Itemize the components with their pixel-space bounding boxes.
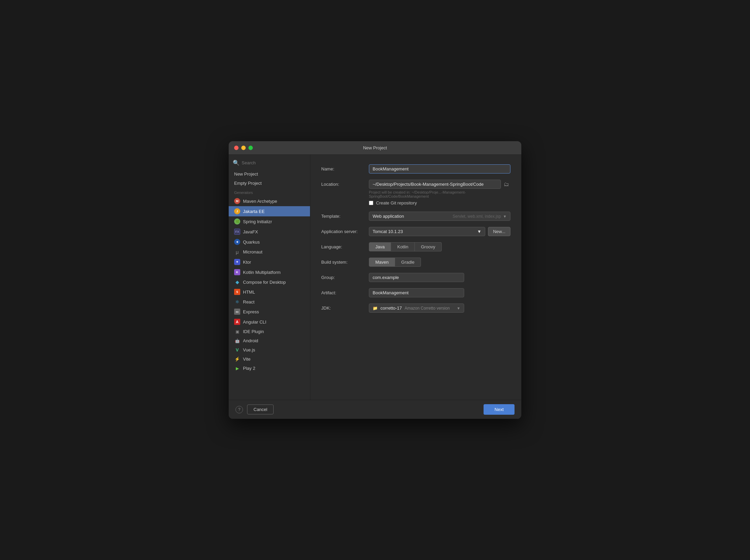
artifact-control <box>369 288 510 297</box>
next-button[interactable]: Next <box>484 404 515 415</box>
language-groovy-button[interactable]: Groovy <box>415 242 442 251</box>
template-row: Template: Web application Servlet, web.x… <box>321 212 510 221</box>
sidebar-item-kotlin-multiplatform[interactable]: K Kotlin Multiplatform <box>229 267 310 277</box>
sidebar-item-ide-plugin[interactable]: ▣ IDE Plugin <box>229 327 310 336</box>
search-input[interactable] <box>242 160 306 165</box>
artifact-input[interactable] <box>369 288 464 297</box>
template-label: Template: <box>321 212 369 219</box>
language-row: Language: Java Kotlin Groovy <box>321 242 510 251</box>
html-icon: 5 <box>234 289 240 295</box>
jdk-select[interactable]: 📁 corretto-17 Amazon Corretto version ▼ <box>369 303 464 313</box>
language-toggle-group: Java Kotlin Groovy <box>369 242 510 251</box>
sidebar-item-vue-label: Vue.js <box>243 347 255 352</box>
sidebar-item-micronaut[interactable]: μ Micronaut <box>229 247 310 257</box>
group-input[interactable] <box>369 273 464 282</box>
jdk-name: corretto-17 <box>380 306 402 311</box>
sidebar-item-javafx[interactable]: FX JavaFX <box>229 227 310 237</box>
sidebar-item-vue[interactable]: V Vue.js <box>229 345 310 355</box>
cancel-button[interactable]: Cancel <box>247 405 274 414</box>
javafx-icon: FX <box>234 229 240 235</box>
template-value: Web application <box>373 214 453 219</box>
template-hint: Servlet, web.xml, index.jsp <box>453 214 501 219</box>
build-maven-button[interactable]: Maven <box>369 258 395 267</box>
name-row: Name: <box>321 164 510 174</box>
git-repository-checkbox[interactable] <box>369 201 373 205</box>
sidebar-item-angular-cli[interactable]: A Angular CLI <box>229 317 310 327</box>
content-area: 🔍 New Project Empty Project Generators M… <box>229 155 521 400</box>
help-button[interactable]: ? <box>235 406 243 413</box>
template-select[interactable]: Web application Servlet, web.xml, index.… <box>369 212 510 221</box>
location-input[interactable] <box>369 180 501 189</box>
jdk-row: JDK: 📁 corretto-17 Amazon Corretto versi… <box>321 303 510 313</box>
sidebar-item-jakarta-ee[interactable]: J Jakarta EE <box>229 206 310 216</box>
group-row: Group: <box>321 273 510 282</box>
jdk-label: JDK: <box>321 303 369 311</box>
sidebar-item-express-label: Express <box>243 309 259 314</box>
app-server-wrap: Tomcat 10.1.23 ▼ New... <box>369 227 510 236</box>
location-wrap: 🗂 <box>369 180 510 189</box>
build-gradle-button[interactable]: Gradle <box>395 258 421 267</box>
ktor-icon: ✦ <box>234 259 240 265</box>
sidebar-item-angular-label: Angular CLI <box>243 319 266 325</box>
maven-icon: M <box>234 198 240 204</box>
jdk-dropdown-arrow: ▼ <box>457 306 460 310</box>
jdk-version: Amazon Corretto version <box>405 306 450 311</box>
sidebar-item-maven-label: Maven Archetype <box>243 199 277 204</box>
express-icon: ex <box>234 309 240 315</box>
vite-icon: ⚡ <box>234 357 240 362</box>
spring-icon: 🌿 <box>234 218 240 225</box>
sidebar-item-html[interactable]: 5 HTML <box>229 287 310 297</box>
kotlin-mp-icon: K <box>234 269 240 275</box>
sidebar-item-express[interactable]: ex Express <box>229 307 310 317</box>
search-wrap: 🔍 <box>233 160 306 166</box>
sidebar-item-react[interactable]: ⚛ React <box>229 297 310 307</box>
group-label: Group: <box>321 273 369 280</box>
sidebar-item-compose-label: Compose for Desktop <box>243 280 286 285</box>
sidebar-item-vite[interactable]: ⚡ Vite <box>229 355 310 364</box>
folder-browse-button[interactable]: 🗂 <box>502 180 510 189</box>
ide-plugin-icon: ▣ <box>234 329 240 334</box>
language-java-button[interactable]: Java <box>369 242 391 251</box>
sidebar-item-empty-project[interactable]: Empty Project <box>229 179 310 188</box>
template-control: Web application Servlet, web.xml, index.… <box>369 212 510 221</box>
close-button[interactable] <box>234 146 239 150</box>
artifact-label: Artifact: <box>321 288 369 295</box>
traffic-lights <box>234 146 253 150</box>
sidebar-item-maven-archetype[interactable]: M Maven Archetype <box>229 196 310 206</box>
sidebar-item-vite-label: Vite <box>243 357 250 362</box>
new-server-button[interactable]: New... <box>488 227 510 236</box>
sidebar-item-ktor[interactable]: ✦ Ktor <box>229 257 310 267</box>
location-label: Location: <box>321 180 369 187</box>
git-repository-label: Create Git repository <box>376 200 417 205</box>
minimize-button[interactable] <box>241 146 246 150</box>
app-server-value: Tomcat 10.1.23 <box>373 229 403 234</box>
sidebar-item-spring-initializr[interactable]: 🌿 Spring Initializr <box>229 216 310 227</box>
sidebar-item-play2[interactable]: ▶ Play 2 <box>229 364 310 373</box>
quarkus-icon: ✦ <box>234 239 240 245</box>
sidebar-item-compose-for-desktop[interactable]: ◆ Compose for Desktop <box>229 277 310 287</box>
maximize-button[interactable] <box>248 146 253 150</box>
sidebar-item-android[interactable]: 🤖 Android <box>229 336 310 345</box>
titlebar: New Project <box>229 141 521 155</box>
name-input[interactable] <box>369 164 510 174</box>
group-control <box>369 273 510 282</box>
app-server-control: Tomcat 10.1.23 ▼ New... <box>369 227 510 236</box>
jakarta-icon: J <box>234 208 240 214</box>
new-project-window: New Project 🔍 New Project Empty Project … <box>229 141 521 419</box>
name-control <box>369 164 510 174</box>
sidebar-item-new-project[interactable]: New Project <box>229 169 310 179</box>
sidebar-item-android-label: Android <box>243 338 258 343</box>
footer-left: ? Cancel <box>235 405 274 414</box>
location-row: Location: 🗂 Project will be created in: … <box>321 180 510 205</box>
android-icon: 🤖 <box>234 339 240 343</box>
compose-icon: ◆ <box>234 279 240 285</box>
jdk-folder-icon: 📁 <box>373 306 378 311</box>
language-kotlin-button[interactable]: Kotlin <box>391 242 415 251</box>
location-control: 🗂 Project will be created in: ~/Desktop/… <box>369 180 510 205</box>
sidebar-item-play2-label: Play 2 <box>243 366 255 371</box>
generators-label: Generators <box>229 188 310 196</box>
app-server-select[interactable]: Tomcat 10.1.23 ▼ <box>369 227 485 236</box>
sidebar-item-quarkus[interactable]: ✦ Quarkus <box>229 237 310 247</box>
template-dropdown-arrow: ▼ <box>503 214 507 218</box>
app-server-dropdown-arrow: ▼ <box>477 229 482 234</box>
